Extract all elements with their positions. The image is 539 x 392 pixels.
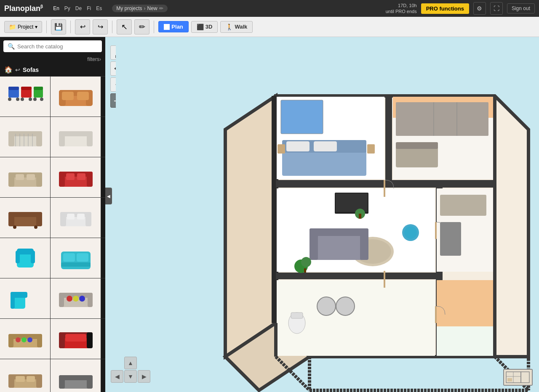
- draw-button[interactable]: ✏: [134, 19, 149, 34]
- svg-rect-17: [77, 92, 89, 100]
- catalog-item-1[interactable]: [0, 77, 51, 117]
- main-area: 🔍 filters› 🏠 ↩ Sofas: [0, 37, 539, 392]
- plan-icon: [164, 24, 170, 30]
- sofa-grey-icon: [57, 363, 95, 392]
- nav-down-button[interactable]: ▼: [124, 370, 137, 383]
- svg-rect-82: [59, 332, 65, 348]
- svg-point-77: [16, 337, 21, 342]
- fullscreen-button[interactable]: ⛶: [490, 2, 503, 15]
- svg-rect-150: [440, 222, 461, 256]
- catalog-item-9[interactable]: [0, 238, 51, 278]
- canvas-area[interactable]: 📷 - + + —: [105, 37, 539, 392]
- svg-rect-41: [66, 173, 75, 180]
- catalog-item-4[interactable]: [51, 117, 101, 157]
- save-button[interactable]: 💾: [51, 19, 66, 34]
- breadcrumb-item: New: [147, 5, 157, 11]
- nav-left-button[interactable]: ◀: [111, 370, 123, 383]
- lang-de[interactable]: De: [74, 5, 83, 12]
- svg-point-48: [34, 225, 37, 229]
- svg-rect-33: [8, 172, 14, 187]
- lang-fi[interactable]: Fi: [85, 5, 93, 12]
- lang-ru[interactable]: Ру: [63, 5, 72, 12]
- svg-rect-54: [77, 214, 85, 220]
- sofa-cyan-box-icon: [57, 242, 95, 274]
- catalog-item-10[interactable]: [51, 238, 101, 278]
- catalog-row: [0, 76, 105, 117]
- filters-label: filters›: [87, 56, 101, 62]
- lang-en[interactable]: En: [51, 5, 61, 12]
- sofa-white-icon: [57, 202, 95, 233]
- nav-up-button[interactable]: ▲: [124, 357, 137, 369]
- svg-rect-117: [281, 100, 323, 134]
- svg-rect-154: [304, 268, 306, 273]
- catalog-item-8[interactable]: [51, 198, 101, 238]
- catalog-item-11[interactable]: [0, 278, 51, 318]
- back-icon[interactable]: ↩: [15, 66, 20, 73]
- svg-point-10: [33, 98, 37, 101]
- category-label: Sofas: [23, 66, 39, 73]
- view3d-button[interactable]: ⬛ 3D: [191, 21, 218, 33]
- svg-rect-123: [278, 144, 285, 154]
- catalog-item-5[interactable]: [0, 157, 51, 197]
- plan-view-button[interactable]: Plan: [158, 21, 188, 32]
- svg-rect-149: [440, 195, 486, 216]
- breadcrumb-edit-icon[interactable]: ✏: [159, 5, 163, 11]
- svg-rect-5: [21, 87, 32, 90]
- sidebar-collapse-handle[interactable]: ◀: [105, 188, 112, 204]
- sofa-red-icon: [57, 162, 95, 193]
- dropdown-arrow: ▾: [35, 24, 37, 30]
- project-menu-button[interactable]: 📁 Project ▾: [4, 21, 42, 33]
- svg-point-145: [317, 297, 336, 315]
- svg-rect-93: [59, 375, 65, 389]
- catalog-item-7[interactable]: [0, 198, 51, 238]
- home-icon[interactable]: 🏠: [4, 66, 13, 74]
- svg-rect-124: [367, 144, 375, 154]
- svg-rect-65: [11, 292, 15, 309]
- sofa-beige-icon: [6, 162, 44, 193]
- catalog-item-2[interactable]: [51, 77, 101, 117]
- filters-row[interactable]: filters›: [0, 56, 105, 63]
- catalog-item-12[interactable]: [51, 278, 101, 318]
- toolbar: 📁 Project ▾ 💾 ↩ ↪ ↖ ✏ Plan ⬛ 3D 🚶 Walk: [0, 17, 539, 37]
- undo-button[interactable]: ↩: [75, 19, 90, 34]
- svg-rect-58: [31, 251, 35, 263]
- catalog-item-14[interactable]: [51, 319, 101, 359]
- catalog-item-3[interactable]: [0, 117, 51, 157]
- svg-rect-1: [8, 87, 19, 90]
- svg-rect-89: [16, 376, 25, 382]
- breadcrumb[interactable]: My projects › New ✏: [112, 5, 167, 12]
- settings-button[interactable]: ⚙: [473, 2, 486, 15]
- app-superscript: β: [40, 4, 43, 9]
- svg-point-71: [73, 296, 79, 302]
- catalog-item-16[interactable]: [51, 359, 101, 392]
- svg-point-2: [8, 98, 11, 101]
- lang-es[interactable]: Es: [94, 5, 104, 12]
- svg-rect-144: [435, 222, 437, 239]
- svg-rect-131: [336, 193, 368, 212]
- svg-rect-138: [310, 228, 318, 260]
- search-bar[interactable]: 🔍: [3, 40, 102, 52]
- catalog-item-15[interactable]: [0, 359, 51, 392]
- walk-button[interactable]: 🚶 Walk: [220, 21, 253, 33]
- mini-map[interactable]: [503, 369, 533, 386]
- catalog-row: [0, 117, 105, 157]
- chair-cyan-icon: [6, 242, 44, 274]
- header: Planoplanβ En Ру De Fi Es My projects › …: [0, 0, 539, 17]
- svg-rect-151: [435, 306, 437, 323]
- svg-rect-34: [36, 172, 42, 187]
- sofa-multi-pillow-icon: [57, 283, 95, 314]
- sign-out-button[interactable]: Sign out: [507, 3, 535, 13]
- catalog-item-6[interactable]: [51, 157, 101, 197]
- svg-rect-84: [65, 334, 86, 342]
- catalog-item-13[interactable]: [0, 319, 51, 359]
- nav-right-button[interactable]: ▶: [138, 370, 150, 383]
- app-name: Planoplan: [4, 4, 40, 13]
- redo-button[interactable]: ↪: [93, 19, 108, 34]
- svg-rect-88: [36, 374, 42, 388]
- select-button[interactable]: ↖: [117, 19, 132, 34]
- pro-functions-button[interactable]: PRO functions: [421, 3, 469, 14]
- floorplan-view[interactable]: [105, 37, 539, 392]
- svg-point-3: [16, 98, 19, 101]
- search-input[interactable]: [17, 43, 98, 50]
- svg-rect-39: [59, 172, 65, 187]
